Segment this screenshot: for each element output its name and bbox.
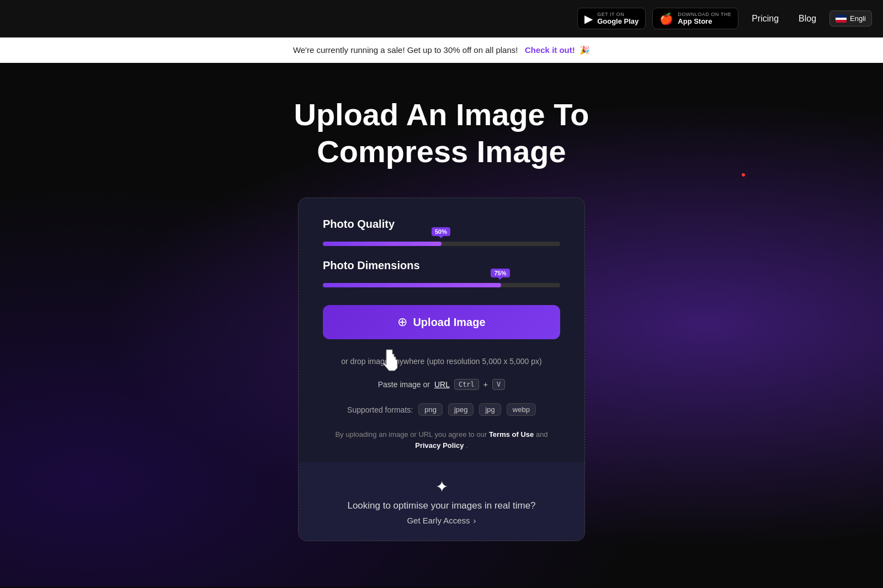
dimensions-value-label: 75% <box>491 269 509 277</box>
cta-early-access-link[interactable]: Get Early Access › <box>323 516 560 525</box>
plus-separator: + <box>483 380 488 389</box>
main-content: Upload An Image To Compress Image Photo … <box>0 63 883 587</box>
cta-icon: ✦ <box>323 478 560 496</box>
title-line-1: Upload An Image To <box>294 97 589 132</box>
terms-and: and <box>536 430 548 439</box>
blog-link[interactable]: Blog <box>792 9 823 28</box>
plus-icon: ⊕ <box>397 315 407 329</box>
format-jpeg: jpeg <box>448 403 474 416</box>
lang-label: Engli <box>850 14 866 23</box>
google-play-icon: ▶ <box>584 12 593 25</box>
terms-text: By uploading an image or URL you agree t… <box>323 429 560 451</box>
paste-row: Paste image or URL Ctrl + V <box>323 379 560 390</box>
cta-link-text: Get Early Access <box>407 516 470 525</box>
banner-emoji: 🎉 <box>579 45 590 55</box>
url-link[interactable]: URL <box>434 380 450 389</box>
ctrl-key: Ctrl <box>454 379 479 390</box>
dimensions-slider-track[interactable]: 75% <box>323 283 560 287</box>
dimensions-label: Photo Dimensions <box>323 259 560 272</box>
quality-value-label: 50% <box>432 227 450 236</box>
dimensions-slider-fill: 75% <box>323 283 501 287</box>
terms-link[interactable]: Terms of Use <box>489 430 534 439</box>
format-jpg: jpg <box>479 403 501 416</box>
dimensions-section: Photo Dimensions 75% <box>323 259 560 287</box>
terms-prefix: By uploading an image or URL you agree t… <box>335 430 487 439</box>
sale-banner: We're currently running a sale! Get up t… <box>0 38 883 63</box>
title-line-2: Compress Image <box>317 134 566 169</box>
privacy-link[interactable]: Privacy Policy <box>415 441 464 450</box>
google-play-badge[interactable]: ▶ GET IT ON Google Play <box>577 8 646 29</box>
sale-link[interactable]: Check it out! <box>525 45 575 55</box>
pricing-link[interactable]: Pricing <box>745 9 785 28</box>
formats-label: Supported formats: <box>347 405 413 414</box>
paste-prefix: Paste image or <box>378 380 430 389</box>
page-title: Upload An Image To Compress Image <box>294 96 589 170</box>
app-store-text: Download on the App Store <box>678 12 731 25</box>
google-play-text: GET IT ON Google Play <box>597 12 639 25</box>
flag-icon <box>836 15 847 23</box>
upload-image-button[interactable]: ⊕ Upload Image <box>323 305 560 339</box>
quality-slider-fill: 50% <box>323 242 442 246</box>
red-dot-decoration <box>742 173 745 177</box>
quality-slider-track[interactable]: 50% <box>323 242 560 246</box>
upload-button-label: Upload Image <box>413 316 485 329</box>
cta-arrow-icon: › <box>474 516 476 525</box>
terms-period: . <box>466 441 468 450</box>
banner-text: We're currently running a sale! Get up t… <box>293 45 518 55</box>
language-selector[interactable]: Engli <box>829 10 872 26</box>
upload-card: Photo Quality 50% Photo Dimensions 75% ⊕… <box>298 197 585 471</box>
formats-row: Supported formats: png jpeg jpg webp <box>323 403 560 416</box>
top-navigation: ▶ GET IT ON Google Play 🍎 Download on th… <box>0 0 883 38</box>
cta-title: Looking to optimise your images in real … <box>323 500 560 511</box>
drop-hint-text: or drop image anywhere (upto resolution … <box>323 357 560 366</box>
apple-icon: 🍎 <box>659 12 673 25</box>
cta-card: ✦ Looking to optimise your images in rea… <box>298 462 585 541</box>
format-webp: webp <box>507 403 536 416</box>
v-key: V <box>492 379 505 390</box>
app-store-badge[interactable]: 🍎 Download on the App Store <box>652 8 738 29</box>
quality-section: Photo Quality 50% <box>323 218 560 246</box>
format-png: png <box>418 403 443 416</box>
